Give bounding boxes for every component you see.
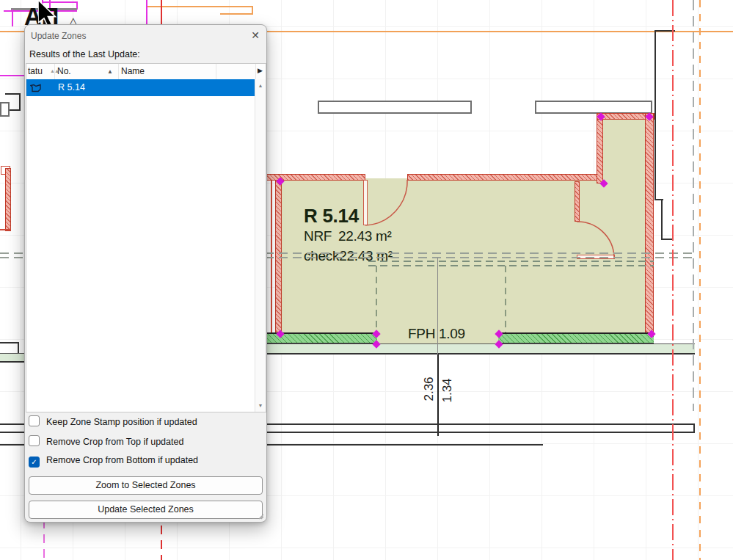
- zone-fill-tower[interactable]: [603, 120, 646, 182]
- zone-wall-right[interactable]: [645, 113, 654, 336]
- adjacent-zone-outline: [0, 229, 11, 230]
- app-canvas: AΠ △: [0, 0, 733, 560]
- results-label: Results of the Last Update:: [29, 49, 140, 59]
- partition-wall[interactable]: [575, 181, 580, 222]
- orange-step-line: [220, 13, 253, 15]
- red-guide-axis: [672, 0, 674, 560]
- corridor-band: [0, 353, 25, 363]
- zone-wall-tower-left[interactable]: [597, 113, 603, 183]
- window-rect: [0, 102, 10, 117]
- update-selected-zones-button[interactable]: Update Selected Zones: [29, 501, 263, 519]
- crop-dashed-line: [505, 266, 506, 333]
- checkbox-keep-stamp[interactable]: Keep Zone Stamp position if updated: [29, 415, 197, 427]
- checkbox-label: Remove Crop from Top if updated: [46, 437, 183, 447]
- column-header-status[interactable]: tatu: [28, 66, 43, 76]
- zone-wall-top-right[interactable]: [407, 174, 598, 181]
- checkbox-unchecked[interactable]: [29, 415, 40, 426]
- scroll-up-icon[interactable]: ▲: [255, 83, 266, 88]
- window-rect: [535, 101, 652, 114]
- scroll-down-icon[interactable]: ▼: [255, 403, 266, 408]
- dimension-value: 2.36: [422, 373, 435, 405]
- zone-nrf-value: 22.43 m²: [338, 228, 392, 244]
- column-header-name[interactable]: Name: [121, 66, 145, 76]
- close-icon[interactable]: ✕: [251, 29, 260, 41]
- zone-number-label[interactable]: R 5.14: [304, 205, 359, 228]
- orange-dashed-axis: [699, 0, 701, 560]
- dimension-value: 1.34: [440, 374, 453, 407]
- gray-dashed-axis: [693, 0, 694, 411]
- checkbox-checked[interactable]: ✓: [29, 457, 40, 468]
- orange-step-line: [147, 6, 253, 7]
- wall-outline: [19, 93, 21, 111]
- mouse-cursor-icon: [38, 0, 57, 26]
- building-outline: [654, 32, 656, 200]
- magenta-line: [0, 75, 24, 76]
- checkbox-unchecked[interactable]: [29, 435, 40, 446]
- list-scrollbar[interactable]: ▲ ▼: [255, 79, 266, 412]
- table-row[interactable]: R 5.14: [26, 79, 255, 96]
- crop-dashed-line: [368, 265, 654, 266]
- window-rect: [318, 101, 472, 114]
- scroll-right-icon[interactable]: ▶: [258, 67, 263, 74]
- checkbox-label: Remove Crop from Bottom if updated: [46, 455, 198, 465]
- checkbox-remove-crop-bottom[interactable]: ✓Remove Crop from Bottom if updated: [29, 455, 198, 467]
- column-header-no[interactable]: No.: [57, 66, 71, 76]
- checkbox-label: Keep Zone Stamp position if updated: [46, 417, 197, 427]
- magenta-line: [146, 0, 147, 26]
- dimension-line: [437, 258, 438, 354]
- update-zones-dialog: Update Zones ✕ Results of the Last Updat…: [24, 24, 267, 523]
- checkbox-remove-crop-top[interactable]: Remove Crop from Top if updated: [29, 435, 183, 447]
- zone-results-list: tatu ▲▲ No. ▲ Name ▶ R 5.14 ▲ ▼: [26, 63, 266, 412]
- magenta-line: [12, 10, 13, 26]
- dialog-title: Update Zones: [31, 31, 86, 41]
- zone-wall-left[interactable]: [275, 174, 282, 336]
- wall-outline: [18, 342, 19, 353]
- zone-nrf-label: NRF: [304, 228, 332, 244]
- sort-asc-icon: ▲: [107, 68, 113, 75]
- list-header: tatu ▲▲ No. ▲ Name ▶: [26, 64, 266, 80]
- fph-label: FPH 1.09: [408, 326, 465, 342]
- facade-line: [693, 423, 695, 433]
- fph-strip: [498, 332, 654, 343]
- crop-dashed-line: [368, 261, 654, 262]
- crop-dashed-line: [376, 266, 377, 333]
- zoom-to-selected-zones-button[interactable]: Zoom to Selected Zones: [29, 476, 263, 495]
- adjacent-zone-wall: [5, 168, 11, 231]
- row-zone-number: R 5.14: [58, 82, 85, 92]
- door-leaf[interactable]: [363, 180, 368, 225]
- resize-grip[interactable]: [258, 513, 264, 520]
- wall-outline: [5, 93, 21, 95]
- red-line: [161, 0, 162, 26]
- wall-outline: [0, 342, 19, 343]
- building-outline: [661, 199, 663, 240]
- zone-stamp-icon: [30, 81, 43, 94]
